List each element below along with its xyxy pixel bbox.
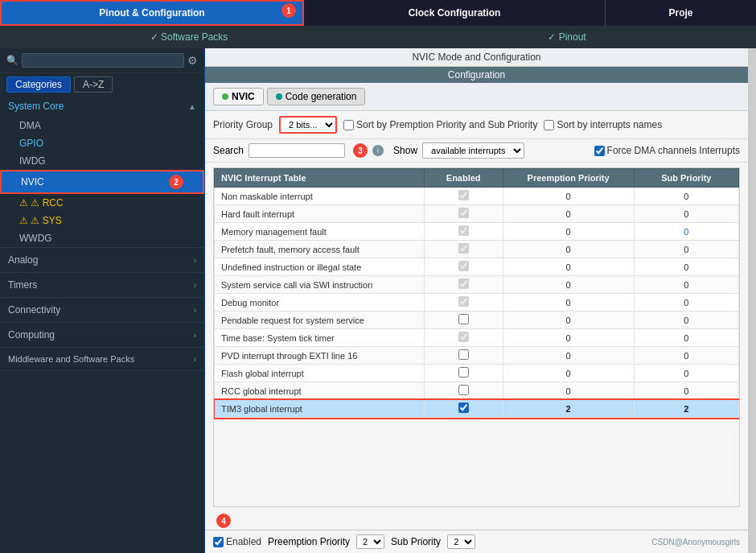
callout-4: 4	[216, 514, 231, 528]
priority-group-label: Priority Group	[213, 119, 273, 130]
interrupt-sub-priority: 0	[634, 188, 738, 205]
priority-group-select[interactable]: 2 bits...	[279, 116, 337, 134]
system-core-items: DMA GPIO IWDG NVIC 2 ⚠ RCC ⚠ SYS	[0, 117, 204, 247]
interrupt-preemption: 0	[503, 294, 634, 312]
interrupt-preemption: 0	[503, 312, 634, 329]
sidebar-category-computing[interactable]: Computing ›	[0, 323, 204, 348]
bottom-enabled-checkbox[interactable]	[213, 537, 224, 547]
tab-project-label: Proje	[668, 7, 692, 19]
interrupt-sub-priority: 0	[634, 294, 738, 312]
interrupt-enabled[interactable]	[424, 241, 503, 258]
nvic-search-input[interactable]	[249, 143, 345, 158]
main-layout: 🔍 ⚙ Categories A->Z System Core ▲ DMA	[0, 48, 756, 553]
tab-project[interactable]: Proje	[606, 0, 756, 26]
col-header-name: NVIC Interrupt Table	[215, 169, 425, 188]
sub-tab-pinout[interactable]: ✓ Pinout	[378, 31, 756, 43]
sidebar-item-nvic[interactable]: NVIC 2	[0, 170, 204, 194]
interrupt-preemption: 0	[503, 365, 634, 382]
interrupt-enabled[interactable]	[424, 294, 503, 312]
sidebar-search-row: 🔍 ⚙	[0, 48, 204, 73]
table-row[interactable]: Undefined instruction or illegal state00	[215, 258, 739, 276]
codegen-tab-dot	[276, 93, 282, 100]
table-row[interactable]: RCC global interrupt00	[215, 382, 739, 400]
sidebar-item-iwdg[interactable]: IWDG	[0, 152, 204, 170]
sidebar-tab-az[interactable]: A->Z	[74, 76, 113, 93]
interrupt-enabled[interactable]	[424, 382, 503, 400]
col-header-preemption: Preemption Priority	[503, 169, 634, 188]
show-select[interactable]: available interrupts	[422, 142, 524, 159]
sidebar-item-sys[interactable]: ⚠ SYS	[0, 212, 204, 229]
interrupt-name: Pendable request for system service	[215, 312, 425, 329]
config-tab-nvic[interactable]: NVIC	[213, 88, 264, 105]
table-row[interactable]: Pendable request for system service00	[215, 312, 739, 329]
sidebar-tab-categories[interactable]: Categories	[6, 76, 71, 93]
sidebar-search-input[interactable]	[22, 53, 184, 68]
callout-4-area: 4	[205, 512, 748, 530]
sidebar-tabs: Categories A->Z	[0, 73, 204, 96]
table-row[interactable]: Hard fault interrupt00	[215, 205, 739, 223]
sub-header: ✓ Software Packs ✓ Pinout	[0, 26, 756, 48]
sidebar: 🔍 ⚙ Categories A->Z System Core ▲ DMA	[0, 48, 205, 553]
interrupt-enabled[interactable]	[424, 205, 503, 223]
table-row[interactable]: Debug monitor00	[215, 294, 739, 312]
sidebar-item-gpio[interactable]: GPIO	[0, 134, 204, 152]
sidebar-category-analog[interactable]: Analog ›	[0, 248, 204, 273]
table-row[interactable]: System service call via SWI instruction0…	[215, 276, 739, 294]
config-tab-code-gen[interactable]: Code generation	[267, 88, 366, 105]
sidebar-section-system-core-header[interactable]: System Core ▲	[0, 96, 204, 117]
force-dma-checkbox[interactable]	[594, 146, 605, 156]
sidebar-section-system-core: System Core ▲ DMA GPIO IWDG NVIC 2 ⚠	[0, 96, 204, 247]
tab-pinout-config[interactable]: Pinout & Configuration 1	[0, 0, 304, 26]
interrupt-enabled[interactable]	[424, 258, 503, 276]
sidebar-category-timers[interactable]: Timers ›	[0, 273, 204, 298]
sub-tab-software-packs[interactable]: ✓ Software Packs	[0, 31, 378, 43]
table-row[interactable]: PVD interrupt through EXTI line 1600	[215, 347, 739, 365]
table-row[interactable]: Time base: System tick timer00	[215, 329, 739, 347]
chevron-analog: ›	[194, 256, 196, 265]
right-scrollbar[interactable]	[748, 48, 756, 553]
interrupt-enabled[interactable]	[424, 312, 503, 329]
table-row[interactable]: Flash global interrupt00	[215, 365, 739, 382]
interrupt-enabled[interactable]	[424, 223, 503, 241]
table-row[interactable]: Memory management fault00	[215, 223, 739, 241]
sidebar-category-middleware[interactable]: Middleware and Software Packs ›	[0, 348, 204, 371]
sub-tab-software-packs-label: ✓ Software Packs	[150, 31, 228, 43]
tab-clock-config[interactable]: Clock Configuration	[304, 0, 606, 26]
interrupt-enabled[interactable]	[424, 365, 503, 382]
interrupt-enabled[interactable]	[424, 329, 503, 347]
content-area: NVIC Mode and Configuration Configuratio…	[205, 48, 748, 553]
bottom-subpriority-select[interactable]: 2 013	[447, 534, 475, 549]
interrupt-sub-priority: 2	[634, 400, 738, 418]
chevron-connectivity: ›	[194, 306, 196, 315]
top-header: Pinout & Configuration 1 Clock Configura…	[0, 0, 756, 26]
sort-premption-checkbox[interactable]	[343, 120, 354, 130]
bottom-preemption-select[interactable]: 2 013	[356, 534, 384, 549]
sidebar-category-connectivity[interactable]: Connectivity ›	[0, 298, 204, 323]
priority-group-row: Priority Group 2 bits... Sort by Prempti…	[205, 111, 748, 139]
interrupt-enabled[interactable]	[424, 400, 503, 418]
info-icon[interactable]: i	[372, 145, 384, 156]
sidebar-item-dma[interactable]: DMA	[0, 117, 204, 134]
interrupt-name: Undefined instruction or illegal state	[215, 258, 425, 276]
bottom-bar: Enabled Preemption Priority 2 013 Sub Pr…	[205, 530, 748, 553]
interrupt-name: Memory management fault	[215, 223, 425, 241]
tab-clock-config-label: Clock Configuration	[409, 7, 501, 19]
system-core-chevron-up: ▲	[188, 102, 196, 111]
interrupt-sub-priority: 0	[634, 241, 738, 258]
table-row[interactable]: Non maskable interrupt00	[215, 188, 739, 205]
interrupt-sub-priority: 0	[634, 205, 738, 223]
search-row-label: Search	[213, 145, 244, 156]
callout-1: 1	[281, 3, 296, 18]
table-row[interactable]: TIM3 global interrupt22	[215, 400, 739, 418]
sidebar-item-wwdg[interactable]: WWDG	[0, 229, 204, 247]
content-mode-title: NVIC Mode and Configuration	[205, 48, 748, 67]
interrupt-enabled[interactable]	[424, 347, 503, 365]
sort-interrupts-checkbox[interactable]	[544, 120, 554, 130]
interrupt-name: TIM3 global interrupt	[215, 400, 425, 418]
interrupt-preemption: 0	[503, 329, 634, 347]
gear-icon[interactable]: ⚙	[187, 54, 198, 67]
interrupt-enabled[interactable]	[424, 276, 503, 294]
sidebar-item-rcc[interactable]: ⚠ RCC	[0, 194, 204, 212]
table-row[interactable]: Prefetch fault, memory access fault00	[215, 241, 739, 258]
interrupt-enabled[interactable]	[424, 188, 503, 205]
